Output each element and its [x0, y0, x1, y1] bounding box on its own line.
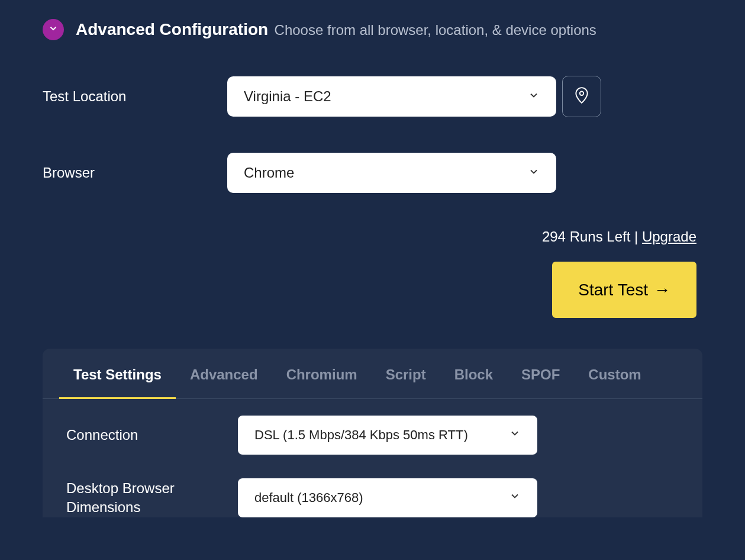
tabs: Test Settings Advanced Chromium Script B…: [43, 349, 702, 399]
location-label: Test Location: [43, 88, 227, 105]
header-subtitle: Choose from all browser, location, & dev…: [275, 22, 596, 38]
chevron-down-icon: [528, 88, 540, 105]
connection-row: Connection DSL (1.5 Mbps/384 Kbps 50ms R…: [66, 416, 679, 455]
chevron-down-icon: [48, 23, 59, 36]
start-test-button[interactable]: Start Test →: [552, 262, 696, 318]
map-pick-button[interactable]: [562, 76, 601, 117]
header-title: Advanced Configuration: [76, 20, 268, 38]
runs-text: 294 Runs Left | Upgrade: [43, 228, 696, 245]
tab-spof[interactable]: SPOF: [507, 349, 574, 398]
browser-row: Browser Chrome: [43, 153, 702, 193]
tab-chromium[interactable]: Chromium: [272, 349, 372, 398]
tab-script[interactable]: Script: [372, 349, 440, 398]
advanced-config-header: Advanced Configuration Choose from all b…: [43, 19, 702, 40]
browser-value: Chrome: [244, 165, 294, 181]
location-select[interactable]: Virginia - EC2: [227, 76, 556, 117]
tab-block[interactable]: Block: [440, 349, 507, 398]
chevron-down-icon: [509, 490, 521, 506]
panel-body: Connection DSL (1.5 Mbps/384 Kbps 50ms R…: [43, 399, 702, 517]
settings-panel: Test Settings Advanced Chromium Script B…: [43, 349, 702, 517]
chevron-down-icon: [509, 427, 521, 443]
location-row: Test Location Virginia - EC2: [43, 76, 702, 117]
connection-select[interactable]: DSL (1.5 Mbps/384 Kbps 50ms RTT): [238, 416, 537, 455]
dimensions-select[interactable]: default (1366x768): [238, 478, 537, 517]
browser-select[interactable]: Chrome: [227, 153, 556, 193]
location-value: Virginia - EC2: [244, 88, 331, 105]
runs-left: 294 Runs Left: [542, 228, 630, 244]
chevron-down-icon: [528, 165, 540, 181]
dimensions-row: Desktop Browser Dimensions default (1366…: [66, 478, 679, 517]
dimensions-value: default (1366x768): [254, 490, 363, 506]
svg-point-0: [580, 92, 583, 95]
runs-row: 294 Runs Left | Upgrade Start Test →: [43, 228, 696, 318]
tab-test-settings[interactable]: Test Settings: [59, 349, 176, 398]
browser-label: Browser: [43, 165, 227, 181]
map-pin-icon: [574, 86, 589, 107]
tab-custom[interactable]: Custom: [574, 349, 655, 398]
dimensions-label: Desktop Browser Dimensions: [66, 479, 238, 517]
connection-value: DSL (1.5 Mbps/384 Kbps 50ms RTT): [254, 427, 468, 443]
start-label: Start Test: [578, 281, 648, 300]
connection-label: Connection: [66, 426, 238, 445]
arrow-right-icon: →: [654, 281, 670, 300]
upgrade-link[interactable]: Upgrade: [642, 228, 696, 244]
collapse-toggle[interactable]: [43, 19, 64, 40]
tab-advanced[interactable]: Advanced: [176, 349, 272, 398]
